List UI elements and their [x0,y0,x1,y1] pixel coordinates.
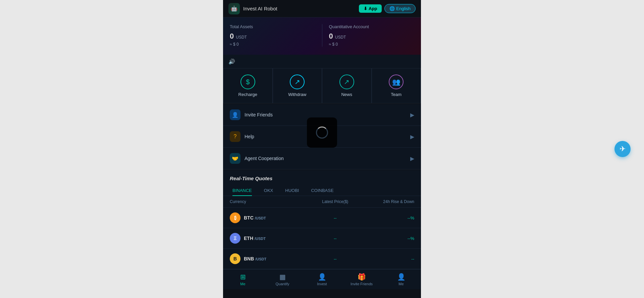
me-nav-icon: 👤 [397,273,406,281]
action-recharge[interactable]: $ Recharge [223,68,273,103]
invite-chevron-icon: ▶ [410,112,414,118]
eth-price: -- [309,236,362,241]
btc-name: BTC /USDT [244,215,266,220]
loading-spinner [316,127,328,139]
speaker-icon: 🔊 [228,58,235,65]
announcement-bar: 🔊 [223,55,421,68]
invite-friends-text: Invite Friends [245,112,273,117]
action-team[interactable]: 👥 Team [372,68,421,103]
btc-name-group: BTC /USDT [244,215,266,220]
quote-row-bnb[interactable]: B BNB /USDT -- -- [223,249,421,269]
quote-row-eth[interactable]: Ξ ETH /USDT -- --% [223,228,421,249]
bottom-nav: ⊞ Me ▦ Quantify 👤 Invest 🎁 Invite Friend… [223,269,421,289]
col-currency: Currency [230,199,309,204]
invest-nav-icon: 👤 [318,273,326,281]
bnb-price: -- [309,256,362,261]
eth-change: --% [362,236,414,241]
action-news[interactable]: ↗ News [322,68,372,103]
btc-pair: /USDT [255,216,266,220]
eth-icon: Ξ [230,233,240,244]
app-title: Invest AI Robot [243,6,277,11]
total-assets-label: Total Assets [230,24,315,29]
btc-icon: ₿ [230,212,240,223]
btc-change: --% [362,215,414,220]
quant-assets-label: Quantitative Account [329,24,415,29]
invite-nav-icon: 🎁 [358,273,366,281]
recharge-icon: $ [240,74,255,89]
exchange-tabs: BINANCE OKX HUOBI COINBASE [223,185,421,196]
quantify-nav-icon: ▦ [279,273,286,281]
col-change: 24h Rise & Down [362,199,414,204]
language-button[interactable]: 🌐 English [384,4,416,13]
logo-icon: 🤖 [228,3,240,14]
tab-huobi[interactable]: HUOBI [279,185,305,196]
withdraw-icon: ↗ [290,74,305,89]
nav-home[interactable]: ⊞ Me [223,269,263,289]
menu-help-left: ? Help [230,131,254,142]
invest-nav-label: Invest [317,282,327,286]
col-price: Latest Price($) [309,199,362,204]
globe-icon: 🌐 [389,6,395,11]
asset-divider [322,24,322,47]
bnb-name: BNB /USDT [244,256,266,261]
eth-pair: /USDT [255,237,266,241]
header: 🤖 Invest AI Robot ⬇ App 🌐 English [223,0,421,17]
bnb-change: -- [362,256,414,261]
eth-name: ETH /USDT [244,236,266,241]
quotes-section: Real-Time Quotes BINANCE OKX HUOBI COINB… [223,170,421,269]
bnb-info: B BNB /USDT [230,253,309,264]
recharge-label: Recharge [238,92,257,97]
home-nav-label: Me [240,282,245,286]
bnb-pair: /USDT [255,257,266,261]
agent-cooperation-icon: 🤝 [230,153,240,164]
nav-invite[interactable]: 🎁 Invite Friends [342,269,381,289]
bnb-icon: B [230,253,240,264]
quant-usd: ≈ $ 0 [329,42,415,47]
agent-chevron-icon: ▶ [410,155,414,162]
quant-assets-value: 0 USDT [329,32,415,41]
header-left: 🤖 Invest AI Robot [228,3,277,14]
nav-me[interactable]: 👤 Me [381,269,421,289]
total-unit: USDT [236,35,247,40]
menu-agent-left: 🤝 Agent Cooperation [230,153,284,164]
total-assets-value: 0 USDT [230,32,315,41]
menu-agent-cooperation[interactable]: 🤝 Agent Cooperation ▶ [223,148,421,169]
eth-info: Ξ ETH /USDT [230,233,309,244]
quantify-nav-label: Quantify [276,282,289,286]
btc-price: -- [309,215,362,220]
home-nav-icon: ⊞ [240,273,246,281]
nav-quantify[interactable]: ▦ Quantify [263,269,302,289]
team-icon: 👥 [389,74,404,89]
telegram-float-button[interactable]: ✈ [614,141,631,157]
quant-amount: 0 [329,32,333,41]
agent-cooperation-text: Agent Cooperation [245,156,284,161]
tab-okx[interactable]: OKX [258,185,279,196]
help-icon: ? [230,131,240,142]
help-text: Help [245,134,254,139]
quick-actions: $ Recharge ↗ Withdraw ↗ News 👥 Team [223,68,421,103]
app-download-button[interactable]: ⬇ App [359,4,382,13]
quote-row-btc[interactable]: ₿ BTC /USDT -- --% [223,208,421,228]
loading-overlay [307,117,337,148]
quotes-title: Real-Time Quotes [223,176,421,185]
tab-binance[interactable]: BINANCE [226,185,258,196]
nav-invest[interactable]: 👤 Invest [302,269,342,289]
total-usd: ≈ $ 0 [230,42,315,47]
btc-info: ₿ BTC /USDT [230,212,309,223]
app-container: 🤖 Invest AI Robot ⬇ App 🌐 English Total … [223,0,421,298]
me-nav-label: Me [398,282,404,286]
news-label: News [341,92,352,97]
quant-unit: USDT [335,35,346,40]
withdraw-label: Withdraw [288,92,306,97]
invite-friends-icon: 👤 [230,109,240,120]
assets-section: Total Assets 0 USDT ≈ $ 0 Quantitative A… [223,17,421,55]
help-chevron-icon: ▶ [410,134,414,140]
news-icon: ↗ [339,74,354,89]
bnb-name-group: BNB /USDT [244,256,266,261]
invite-nav-label: Invite Friends [351,282,373,286]
total-assets-block: Total Assets 0 USDT ≈ $ 0 [230,24,315,47]
action-withdraw[interactable]: ↗ Withdraw [273,68,322,103]
quant-assets-block: Quantitative Account 0 USDT ≈ $ 0 [329,24,415,47]
tab-coinbase[interactable]: COINBASE [305,185,339,196]
eth-name-group: ETH /USDT [244,236,266,241]
